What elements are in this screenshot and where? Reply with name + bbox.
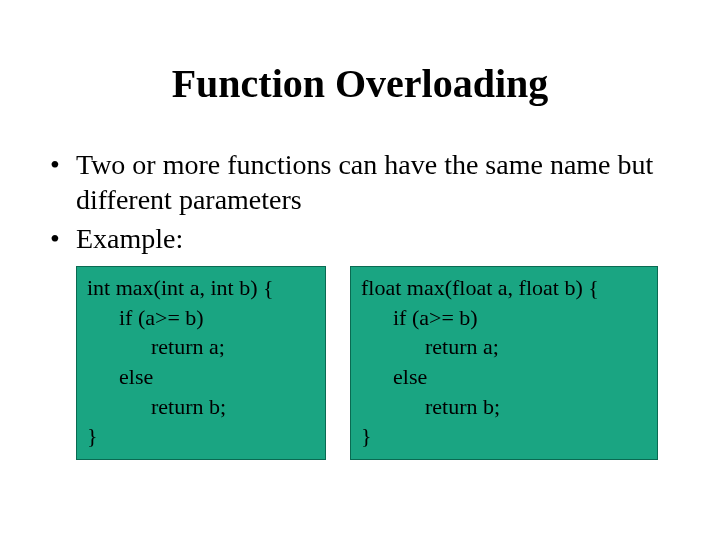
bullet-item: Two or more functions can have the same … [50, 147, 680, 217]
code-line: return b; [87, 392, 315, 422]
code-line: return b; [361, 392, 647, 422]
code-line: if (a>= b) [87, 303, 315, 333]
code-line: } [361, 421, 647, 451]
bullet-list: Two or more functions can have the same … [40, 147, 680, 256]
code-line: } [87, 421, 315, 451]
code-line: return a; [361, 332, 647, 362]
code-line: else [87, 362, 315, 392]
code-line: float max(float a, float b) { [361, 273, 647, 303]
code-row: int max(int a, int b) { if (a>= b) retur… [40, 266, 680, 460]
slide-title: Function Overloading [40, 60, 680, 107]
code-line: return a; [87, 332, 315, 362]
code-line: else [361, 362, 647, 392]
code-line: if (a>= b) [361, 303, 647, 333]
bullet-item: Example: [50, 221, 680, 256]
slide: Function Overloading Two or more functio… [0, 0, 720, 540]
code-line: int max(int a, int b) { [87, 273, 315, 303]
code-box-float: float max(float a, float b) { if (a>= b)… [350, 266, 658, 460]
code-box-int: int max(int a, int b) { if (a>= b) retur… [76, 266, 326, 460]
